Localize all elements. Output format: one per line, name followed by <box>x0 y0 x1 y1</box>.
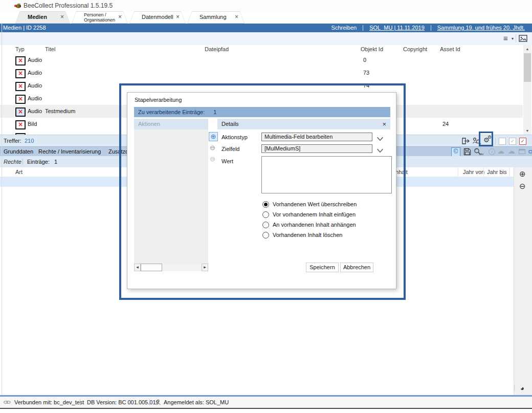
entries-count: 1 <box>54 156 57 167</box>
cancel-button[interactable]: Abbrechen <box>340 263 373 272</box>
col-asset-id[interactable]: Asset Id <box>440 45 460 54</box>
search-text-icon[interactable]: abc <box>474 148 483 156</box>
link-icon[interactable] <box>528 149 532 155</box>
entries-to-process-count: 1 <box>213 109 216 115</box>
radio-selected-icon[interactable] <box>262 201 269 208</box>
tab-rechte-inventarisierung[interactable]: Rechte / Inventarisierung <box>38 147 101 156</box>
radio-icon[interactable] <box>262 211 269 218</box>
bee-logo-icon <box>14 2 22 9</box>
window-bottom-border <box>0 408 532 409</box>
divider <box>516 34 516 42</box>
zielfeld-combobox[interactable]: [MulMediumS] <box>261 144 372 153</box>
list-view-icon[interactable]: ≡ <box>503 33 508 44</box>
db-version-status: DB Version: BC 001.005.019 <box>87 397 159 408</box>
divider <box>514 384 515 392</box>
tab-personen-label: Personen / Organisationen <box>84 12 121 23</box>
status-bar: Verbunden mit: bc_dev_test DB Version: B… <box>0 397 532 408</box>
media-type-x-icon: × <box>15 95 26 104</box>
radio-icon[interactable] <box>262 232 269 238</box>
chevron-down-icon[interactable]: ▾ <box>512 36 514 41</box>
media-type-x-icon: × <box>15 82 26 91</box>
section-title: Rechte <box>4 156 21 167</box>
scroll-left-icon[interactable]: ◀ <box>134 264 141 271</box>
actions-list[interactable] <box>134 129 208 264</box>
user-date-link[interactable]: SOL_MU | 11.11.2019 <box>369 24 425 32</box>
tab-grunddaten[interactable]: Grunddaten <box>4 147 33 156</box>
table-row[interactable]: × Audio 74 <box>0 79 523 92</box>
batch-processing-gear-icon[interactable]: ⚙ ⚙ <box>483 136 490 144</box>
scroll-thumb[interactable] <box>141 264 162 271</box>
connection-icon <box>4 400 11 405</box>
remove-action-icon[interactable]: ⊖ <box>210 144 215 151</box>
col-typ[interactable]: Typ <box>15 45 25 54</box>
entries-to-process-label: Zu verarbeitende Einträge: <box>138 109 205 115</box>
wert-textarea[interactable] <box>261 156 392 193</box>
logged-in-status: Angemeldet als: SOL_MU <box>164 397 229 408</box>
chevron-down-icon[interactable] <box>376 146 384 155</box>
close-tab-icon[interactable]: × <box>176 11 180 23</box>
close-tab-icon[interactable]: × <box>235 11 238 23</box>
col-dateipfad[interactable]: Dateipfad <box>205 45 229 54</box>
tab-datenmodell[interactable]: Datenmodell × <box>129 11 186 24</box>
tab-bar: Medien × Personen / Organisationen × Dat… <box>0 11 532 24</box>
window-left-border <box>2 24 2 395</box>
scroll-down-icon[interactable]: ▼ <box>523 127 531 135</box>
info-icon: i <box>489 148 495 155</box>
close-tab-icon[interactable]: × <box>60 11 64 23</box>
remove-all-actions-icon: ⊖ <box>210 155 215 163</box>
mode-label: Schreiben <box>331 24 357 32</box>
treffer-count: 210 <box>25 135 34 146</box>
divider <box>485 148 486 156</box>
treffer-label: Treffer: <box>4 135 21 146</box>
entries-label: Einträge: <box>27 156 50 167</box>
chevron-down-icon[interactable] <box>376 135 384 143</box>
save-button[interactable]: Speichern <box>306 263 339 272</box>
copyright-mode-icon[interactable]: © <box>451 147 460 157</box>
save-icon[interactable] <box>463 148 471 156</box>
close-details-icon[interactable]: × <box>382 119 386 129</box>
checkbox-checked-icon: ✓ <box>509 138 516 145</box>
collection-link[interactable]: Sammlung 19. und frühes 20. Jhdt. <box>437 24 525 32</box>
remove-entry-icon[interactable]: ⊖ <box>519 182 526 190</box>
actions-panel-header: Aktionen <box>134 119 208 129</box>
add-action-button[interactable]: ⊕ <box>209 132 218 141</box>
window-title: BeeCollect Professional 1.5.19.5 <box>24 0 113 11</box>
media-table-scrollbar[interactable]: ▲ ▼ <box>523 45 531 135</box>
scroll-up-icon[interactable]: ▲ <box>523 45 531 53</box>
media-type-x-icon: × <box>15 120 26 129</box>
col-art[interactable]: Art <box>15 167 23 177</box>
radio-icon[interactable] <box>262 222 269 228</box>
col-copyright[interactable]: Copyright <box>403 45 427 54</box>
user-search-icon[interactable] <box>472 137 481 145</box>
tab-medien-label: Medien <box>28 11 47 23</box>
checkbox-unchecked-icon <box>499 138 506 145</box>
close-tab-icon[interactable]: × <box>118 11 122 23</box>
col-titel[interactable]: Titel <box>45 45 55 54</box>
tab-sammlung[interactable]: Sammlung × <box>187 11 245 24</box>
svg-text:abc: abc <box>479 153 484 156</box>
col-objekt-id[interactable]: Objekt Id <box>361 45 383 54</box>
export-icon[interactable] <box>461 137 470 145</box>
divider <box>23 159 23 165</box>
connected-status: Verbunden mit: bc_dev_test <box>14 397 84 408</box>
tab-medien[interactable]: Medien × <box>15 11 70 24</box>
col-jahr-von[interactable]: Jahr von <box>463 167 484 177</box>
history-icon[interactable]: ◕ <box>520 384 524 392</box>
col-jahr-bis[interactable]: Jahr bis <box>487 167 507 177</box>
scroll-thumb[interactable] <box>524 53 531 82</box>
actions-horizontal-scrollbar[interactable]: ◀ ▶ <box>134 264 208 271</box>
scroll-right-icon[interactable]: ▶ <box>202 264 208 271</box>
checkbox-checked-red-icon[interactable]: ✓ <box>519 138 526 145</box>
divider <box>431 25 431 31</box>
table-row[interactable]: × Audio 73 <box>0 67 523 79</box>
table-row[interactable]: × Audio 0 <box>0 54 523 67</box>
details-panel-header: Details × <box>217 119 390 129</box>
right-action-strip: ⊕ ⊖ ◕ <box>514 167 532 395</box>
aktionstyp-combobox[interactable]: Multimedia-Feld bearbeiten <box>261 133 372 141</box>
upload-cloud-icon: ☁↑ <box>497 146 505 156</box>
tab-personen-organisationen[interactable]: Personen / Organisationen × <box>72 11 128 24</box>
add-entry-icon[interactable]: ⊕ <box>519 170 526 178</box>
image-view-icon[interactable] <box>519 35 527 42</box>
media-toolbar: ≡ ▾ <box>0 32 532 45</box>
aktionstyp-label: Aktionstyp <box>221 133 248 142</box>
